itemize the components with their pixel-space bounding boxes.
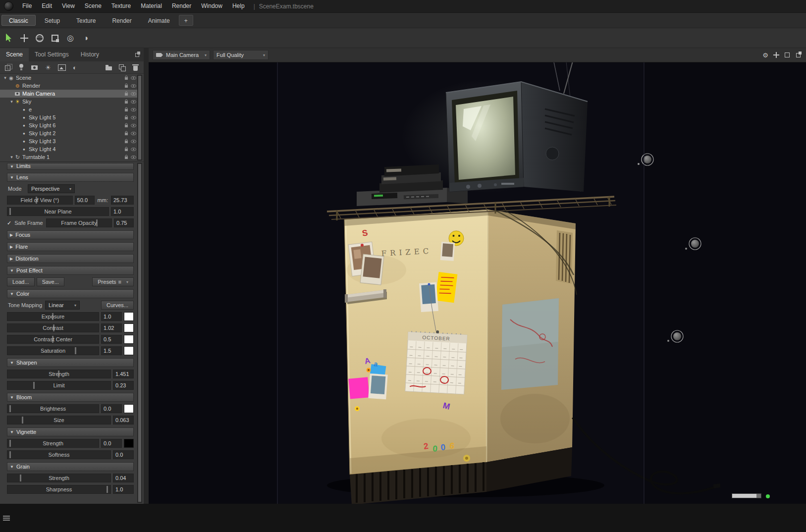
- visibility-eye-icon[interactable]: [130, 100, 137, 104]
- tree-row[interactable]: Render: [0, 82, 137, 90]
- tree-expander-icon[interactable]: ▾: [2, 75, 8, 80]
- workspace-tab[interactable]: Classic: [1, 15, 36, 26]
- visibility-eye-icon[interactable]: [130, 148, 137, 151]
- panel-tab[interactable]: History: [75, 48, 105, 61]
- scale-tool-icon[interactable]: [50, 33, 60, 44]
- lock-icon[interactable]: [122, 155, 130, 160]
- viewport-canvas[interactable]: FRIZEC: [149, 62, 806, 504]
- slider-track[interactable]: Saturation: [7, 346, 99, 355]
- value-field[interactable]: 0.0: [101, 404, 122, 413]
- lock-icon[interactable]: [122, 147, 130, 152]
- tree-expander-icon[interactable]: ▾: [9, 155, 14, 160]
- menu-item[interactable]: Scene: [80, 0, 107, 12]
- panel-tab[interactable]: Scene: [0, 48, 29, 61]
- frame-opacity-value-field[interactable]: 0.75: [114, 218, 134, 227]
- tone-mapping-select[interactable]: Linear ▾: [45, 301, 80, 310]
- add-backdrop-icon[interactable]: [55, 62, 67, 72]
- new-folder-icon[interactable]: [103, 62, 115, 72]
- slider-handle[interactable]: [22, 417, 23, 424]
- value-field[interactable]: 1.5: [101, 346, 122, 355]
- add-sky-icon[interactable]: ☀: [42, 62, 54, 72]
- slider-track[interactable]: Strength: [7, 370, 111, 378]
- panel-tab[interactable]: Tool Settings: [29, 48, 75, 61]
- footer-menu-icon[interactable]: [3, 516, 10, 522]
- visibility-eye-icon[interactable]: [130, 132, 137, 135]
- lock-icon[interactable]: [122, 123, 130, 128]
- menu-item[interactable]: Material: [136, 0, 167, 12]
- add-camera-icon[interactable]: [29, 62, 41, 72]
- select-tool-icon[interactable]: [3, 33, 14, 44]
- value-field[interactable]: 0.5: [101, 335, 122, 344]
- app-logo-icon[interactable]: [4, 1, 13, 11]
- section-header-vignette[interactable]: ▼ Vignette: [7, 427, 134, 436]
- pivot-tool-icon[interactable]: ◎: [65, 33, 76, 44]
- slider-track[interactable]: Exposure: [7, 312, 99, 321]
- fov-value-field[interactable]: 50.0: [75, 196, 95, 205]
- frame-opacity-slider[interactable]: Frame Opacity: [46, 218, 112, 227]
- slider-track[interactable]: Size: [7, 416, 111, 425]
- visibility-eye-icon[interactable]: [130, 76, 137, 80]
- collapsed-section-header[interactable]: ▶ Distortion: [7, 254, 134, 263]
- tree-scrollbar[interactable]: [137, 75, 142, 160]
- lock-icon[interactable]: [122, 75, 130, 80]
- color-swatch[interactable]: [124, 335, 134, 344]
- tree-row[interactable]: ▾ Turntable 1: [0, 153, 137, 161]
- tree-row[interactable]: Sky Light 4: [0, 145, 137, 153]
- color-swatch[interactable]: [124, 404, 134, 413]
- lock-icon[interactable]: [122, 107, 130, 112]
- rotate-tool-icon[interactable]: [34, 33, 45, 44]
- workspace-tab[interactable]: Animate: [141, 15, 177, 26]
- tree-row[interactable]: Sky Light 2: [0, 129, 137, 137]
- slider-handle[interactable]: [33, 382, 35, 389]
- menu-item[interactable]: Render: [167, 0, 196, 12]
- value-field[interactable]: 1.0: [101, 312, 122, 321]
- visibility-eye-icon[interactable]: [130, 108, 137, 111]
- visibility-eye-icon[interactable]: [130, 156, 137, 159]
- panel-popout-icon[interactable]: [133, 51, 141, 58]
- slider-track[interactable]: Softness: [7, 450, 111, 459]
- color-swatch[interactable]: [124, 439, 134, 448]
- viewport-popout-icon[interactable]: [794, 51, 802, 59]
- workspace-tab[interactable]: +: [179, 15, 193, 26]
- tree-row[interactable]: ▾ Sky: [0, 98, 137, 106]
- workspace-tab[interactable]: Texture: [69, 15, 103, 26]
- menu-item[interactable]: Window: [196, 0, 227, 12]
- menu-item[interactable]: File: [17, 0, 37, 12]
- value-field[interactable]: 1.0: [113, 485, 134, 494]
- viewport-settings-icon[interactable]: ⚙: [761, 51, 769, 59]
- duplicate-icon[interactable]: [116, 62, 128, 72]
- add-object-icon[interactable]: [2, 62, 14, 72]
- section-header-sharpen[interactable]: ▼ Sharpen: [7, 358, 134, 367]
- lock-icon[interactable]: [122, 91, 130, 96]
- lock-icon[interactable]: [122, 83, 130, 88]
- slider-handle[interactable]: [20, 475, 21, 481]
- viewport[interactable]: Main Camera ▾ Full Quality ▾ ⚙: [149, 48, 806, 504]
- slider-handle[interactable]: [9, 208, 11, 215]
- value-field[interactable]: 1.451: [113, 370, 134, 378]
- lock-icon[interactable]: [122, 131, 130, 136]
- slider-track[interactable]: Brightness: [7, 404, 99, 413]
- section-header-lens[interactable]: ▼ Lens: [7, 173, 134, 182]
- lock-icon[interactable]: [122, 115, 130, 120]
- section-header-bloom[interactable]: ▼ Bloom: [7, 393, 134, 402]
- save-button[interactable]: Save...: [37, 277, 64, 286]
- slider-handle[interactable]: [107, 486, 108, 493]
- add-light-icon[interactable]: [15, 62, 27, 72]
- value-field[interactable]: 0.23: [113, 381, 134, 390]
- workspace-tab[interactable]: Render: [105, 15, 139, 26]
- visibility-eye-icon[interactable]: [130, 116, 137, 119]
- panel-splitter[interactable]: [144, 48, 149, 504]
- near-plane-slider[interactable]: Near Plane: [7, 207, 109, 216]
- tree-scrollbar-thumb[interactable]: [138, 76, 141, 160]
- slider-handle[interactable]: [9, 405, 11, 412]
- properties-scrollbar-thumb[interactable]: [138, 164, 141, 502]
- visibility-eye-icon[interactable]: [130, 140, 137, 143]
- menu-item[interactable]: View: [57, 0, 80, 12]
- viewport-maximize-icon[interactable]: [783, 51, 791, 59]
- collapsed-section-header[interactable]: ▶ Focus: [7, 230, 134, 239]
- slider-track[interactable]: Strength: [7, 439, 99, 448]
- slider-track[interactable]: Contrast Center: [7, 335, 99, 344]
- translate-tool-icon[interactable]: [19, 33, 30, 44]
- lock-icon[interactable]: [122, 99, 130, 104]
- value-field[interactable]: 1.02: [101, 323, 122, 332]
